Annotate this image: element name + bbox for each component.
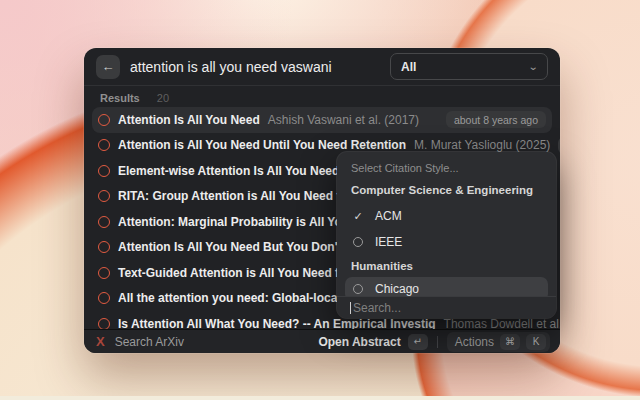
citation-option-label: ACM (375, 209, 402, 223)
radio-icon (353, 237, 363, 247)
actions-button[interactable]: Actions ⌘ K (447, 332, 550, 352)
citation-option-ieee[interactable]: IEEE (345, 230, 548, 254)
citation-option-label: IEEE (375, 235, 402, 249)
results-header: Results 20 (84, 86, 560, 107)
search-arxiv-window: ← attention is all you need vaswani All … (84, 48, 560, 353)
paper-title: Attention is All You Need Until You Need… (118, 138, 406, 152)
paper-circle-icon (98, 241, 110, 253)
paper-circle-icon (98, 267, 110, 279)
arxiv-x-icon: X (96, 334, 105, 349)
paper-title: Attention Is All You Need (118, 113, 260, 127)
paper-authors: M. Murat Yaslioglu (2025) (414, 138, 550, 152)
results-count: 20 (157, 92, 169, 104)
paper-circle-icon (98, 139, 110, 151)
paper-circle-icon (98, 165, 110, 177)
filter-dropdown[interactable]: All ⌄ (390, 53, 548, 80)
back-button[interactable]: ← (96, 55, 120, 79)
chevron-down-icon: ⌄ (527, 62, 538, 72)
paper-authors: Ashish Vaswani et al. (2017) (268, 113, 419, 127)
citation-search-placeholder: Search... (353, 301, 401, 315)
footer-divider (437, 336, 438, 348)
paper-title: Element-wise Attention Is All You Need (118, 164, 339, 178)
paper-title: Is Attention All What You Need? -- An Em… (118, 317, 436, 329)
check-icon: ✓ (352, 210, 364, 223)
paper-authors: Thomas Dowdell et al. (2019) (444, 317, 560, 329)
section-humanities: Humanities (351, 256, 548, 276)
results-label: Results (100, 92, 140, 104)
open-abstract-button[interactable]: Open Abstract ↵ (318, 334, 427, 350)
citation-dropdown-header: Select Citation Style... (351, 158, 548, 178)
actions-label: Actions (455, 335, 494, 349)
paper-circle-icon (98, 190, 110, 202)
search-bar: ← attention is all you need vaswani All … (84, 48, 560, 86)
open-abstract-label: Open Abstract (318, 335, 400, 349)
desktop: ← attention is all you need vaswani All … (0, 0, 640, 400)
section-computer-science: Computer Science & Engineering (351, 180, 548, 200)
paper-circle-icon (98, 292, 110, 304)
text-cursor (350, 302, 351, 314)
app-label: Search ArXiv (115, 335, 184, 349)
citation-option-label: Chicago (375, 282, 419, 296)
citation-search-input[interactable]: Search... (337, 296, 556, 318)
result-row[interactable]: Attention Is All You Need Ashish Vaswani… (92, 107, 552, 133)
k-key-icon: K (526, 334, 546, 350)
filter-value: All (401, 60, 416, 74)
citation-option-acm[interactable]: ✓ ACM (345, 204, 548, 228)
citation-style-dropdown: Select Citation Style... Computer Scienc… (337, 152, 556, 318)
window-footer: X Search ArXiv Open Abstract ↵ Actions ⌘… (84, 329, 560, 353)
updated-badge: about 8 years ago (446, 111, 546, 128)
radio-icon (353, 284, 363, 294)
footer-actions: Open Abstract ↵ Actions ⌘ K (318, 332, 550, 352)
updated-badge: 7 months ago (558, 137, 560, 154)
paper-circle-icon (98, 318, 110, 329)
return-key-icon: ↵ (408, 334, 428, 350)
paper-circle-icon (98, 216, 110, 228)
paper-circle-icon (98, 114, 110, 126)
command-key-icon: ⌘ (500, 334, 520, 350)
search-input[interactable]: attention is all you need vaswani (130, 59, 380, 75)
wallpaper-bottom-strip (0, 396, 640, 400)
